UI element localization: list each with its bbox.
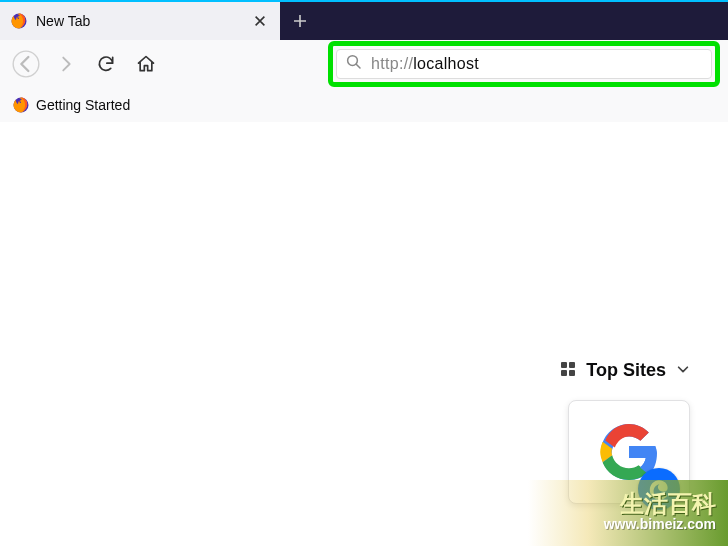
reload-button[interactable] (88, 46, 124, 82)
browser-tab[interactable]: New Tab (0, 2, 280, 40)
close-tab-button[interactable] (250, 11, 270, 31)
chevron-down-icon (676, 362, 690, 380)
forward-button[interactable] (48, 46, 84, 82)
tab-strip: New Tab (0, 0, 728, 40)
bookmark-getting-started[interactable]: Getting Started (12, 96, 130, 114)
tab-title: New Tab (36, 13, 250, 29)
svg-rect-7 (569, 370, 575, 376)
bookmarks-toolbar: Getting Started (0, 88, 728, 122)
new-tab-content: Top Sites 生活百科 www.bimeiz.com (0, 122, 728, 546)
search-icon (345, 53, 363, 75)
svg-rect-4 (561, 362, 567, 368)
watermark: 生活百科 www.bimeiz.com (528, 480, 728, 546)
grid-icon (560, 361, 576, 381)
home-button[interactable] (128, 46, 164, 82)
top-sites-label: Top Sites (586, 360, 666, 381)
firefox-icon (12, 96, 30, 114)
new-tab-button[interactable] (280, 2, 320, 40)
url-bar[interactable]: http://localhost (336, 49, 712, 79)
watermark-url: www.bimeiz.com (604, 516, 716, 532)
url-text: http://localhost (371, 55, 479, 73)
back-button[interactable] (8, 46, 44, 82)
bookmark-label: Getting Started (36, 97, 130, 113)
navigation-toolbar: http://localhost (0, 40, 728, 88)
url-bar-highlight: http://localhost (328, 41, 720, 87)
firefox-icon (10, 12, 28, 30)
top-sites-header[interactable]: Top Sites (560, 360, 690, 381)
svg-rect-5 (569, 362, 575, 368)
svg-rect-6 (561, 370, 567, 376)
svg-point-1 (13, 51, 39, 77)
